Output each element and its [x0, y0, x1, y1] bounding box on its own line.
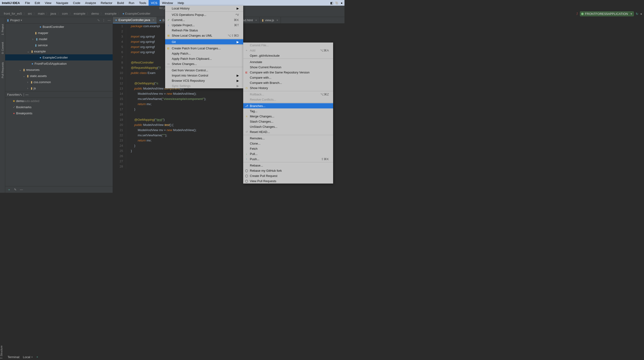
tree-item[interactable]: ⌄▮resources [5, 67, 112, 73]
collapse-icon[interactable]: ⤡ [97, 18, 100, 22]
menu-item[interactable]: ↺Reset HEAD... [243, 129, 333, 134]
code-line[interactable]: ModelAndView mv = new ModelAndView(); [131, 91, 206, 96]
menu-view[interactable]: View [42, 0, 54, 6]
menu-build[interactable]: Build [115, 0, 126, 6]
favorite-item[interactable]: ★demo auto-added [5, 98, 112, 104]
code-line[interactable]: return mv; [131, 138, 206, 143]
menu-refactor[interactable]: Refactor [98, 0, 115, 6]
code-line[interactable] [131, 164, 206, 169]
menu-item[interactable]: Apply Patch from Clipboard... [165, 56, 243, 61]
code-line[interactable]: } [131, 107, 206, 112]
menu-item[interactable]: Fetch [243, 146, 333, 151]
menu-item[interactable]: Tag... [243, 108, 333, 114]
menu-item[interactable]: Apply Patch... [165, 51, 243, 56]
expand-arrow-icon[interactable]: ⌄ [18, 68, 22, 72]
favorite-item[interactable]: ●Breakpoints [5, 110, 112, 116]
breadcrumb-item[interactable]: example [105, 12, 116, 15]
breadcrumb-item[interactable]: main [38, 12, 44, 15]
tree-item[interactable]: ●BoardController [5, 24, 112, 30]
menu-edit[interactable]: Edit [32, 0, 42, 6]
chevron-down-icon[interactable]: ▾ [20, 18, 22, 22]
expand-arrow-icon[interactable]: › [26, 80, 29, 84]
menu-item[interactable]: Compare with... [243, 75, 333, 80]
tree-item[interactable]: ⌄▮static.assets [5, 73, 112, 79]
menu-window[interactable]: Window [160, 0, 175, 6]
menu-analyze[interactable]: Analyze [83, 0, 98, 6]
menu-item[interactable]: Rebase... [243, 163, 333, 168]
menu-item[interactable]: ↓Update Project...⌘T [165, 22, 243, 28]
menu-item[interactable]: ◯View Pull Requests [243, 178, 333, 183]
menu-item[interactable]: ↓Pull... [243, 151, 333, 156]
code-line[interactable]: } [131, 148, 206, 154]
breadcrumb-item[interactable]: com [62, 12, 68, 15]
tree-item[interactable]: ›▮css.common [5, 79, 112, 85]
menu-item[interactable]: Open .git/info/exclude [243, 53, 333, 58]
menu-item[interactable]: ⎇Branches... [243, 103, 333, 108]
menu-item[interactable]: Git▶ [165, 39, 243, 44]
menu-item[interactable]: ▭Shelve Changes... [165, 61, 243, 66]
edit-icon[interactable]: ✎ [14, 188, 16, 191]
menu-item[interactable]: ◧Compare with the Same Repository Versio… [243, 70, 333, 75]
menu-item[interactable]: Annotate [243, 59, 333, 64]
expand-arrow-icon[interactable]: › [31, 37, 34, 41]
close-tab-icon[interactable]: × [276, 18, 278, 22]
collapse-icon[interactable]: ⤡ [20, 93, 22, 96]
tree-item[interactable]: ▮mapper [5, 30, 112, 36]
code-line[interactable]: mv.setViewName(""); [131, 133, 206, 138]
menu-item[interactable]: Compare with Branch... [243, 80, 333, 85]
menu-code[interactable]: Code [70, 0, 82, 6]
evernote-icon[interactable]: 🐘 [335, 1, 339, 5]
code-line[interactable]: mv.setViewName("views/example/component"… [131, 96, 206, 102]
code-line[interactable]: @GetMapping("test") [131, 117, 206, 122]
tree-item[interactable]: ›▮js [5, 85, 112, 91]
close-tab-icon[interactable]: × [255, 18, 257, 22]
menu-item[interactable]: Local History▶ [165, 6, 243, 11]
menu-navigate[interactable]: Navigate [54, 0, 70, 6]
tree-item[interactable]: ›▮model [5, 36, 112, 42]
menu-item[interactable]: Clone... [243, 141, 333, 146]
menu-vcs[interactable]: VCS [148, 0, 160, 6]
menu-help[interactable]: Help [175, 0, 186, 6]
menu-run[interactable]: Run [126, 0, 137, 6]
code-line[interactable] [131, 159, 206, 164]
menu-tools[interactable]: Tools [137, 0, 148, 6]
menu-item[interactable]: ◧Create Patch from Local Changes... [165, 46, 243, 51]
code-line[interactable]: } [131, 143, 206, 148]
hide-icon[interactable]: — [108, 18, 111, 22]
menu-item[interactable]: ⤩Merge Changes... [243, 114, 333, 119]
menu-item[interactable]: Browse VCS Repository▶ [165, 78, 243, 83]
breadcrumb-item[interactable]: front_for_es5 [4, 12, 22, 15]
menu-item[interactable]: Stash Changes... [243, 119, 333, 124]
breadcrumb-item[interactable]: java [50, 12, 56, 15]
breadcrumb-item[interactable]: demo [91, 12, 99, 15]
menu-item[interactable]: Import into Version Control▶ [165, 73, 243, 78]
tree-item[interactable]: ▮service [5, 42, 112, 48]
expand-arrow-icon[interactable]: › [26, 86, 29, 90]
editor-tab[interactable]: ▮view.js× [260, 17, 281, 23]
menu-item[interactable]: Show Current Revision [243, 64, 333, 70]
breadcrumb-item[interactable]: ● ExampleController [122, 12, 150, 15]
code-line[interactable]: return mv; [131, 102, 206, 107]
tree-item[interactable]: ⌄▮example [5, 48, 112, 54]
menu-item[interactable]: ◯Create Pull Request [243, 173, 333, 178]
menu-item[interactable]: ↑Push...⇧⌘K [243, 156, 333, 162]
menu-item[interactable]: ▦Show Local Changes as UML⌥⇧⌘D [165, 33, 243, 38]
more-icon[interactable]: ⋮ [102, 18, 105, 22]
code-line[interactable] [131, 112, 206, 117]
more-icon[interactable]: ⋮ [22, 93, 25, 96]
add-icon[interactable]: ＋ [8, 187, 11, 192]
tree-item[interactable]: ●FrontForEs5Application [5, 60, 112, 67]
menu-item[interactable]: Get from Version Control... [165, 68, 243, 73]
menu-item[interactable]: ◯Rebase my GitHub fork [243, 168, 333, 173]
menu-item[interactable]: UnStash Changes... [243, 124, 333, 129]
favorite-item[interactable]: ✓Bookmarks [5, 104, 112, 110]
menu-item[interactable]: Remotes... [243, 136, 333, 141]
tree-item[interactable]: ●ExampleController [5, 54, 112, 60]
menu-item[interactable]: ◷Show History [243, 85, 333, 90]
expand-arrow-icon[interactable]: ⌄ [26, 50, 30, 53]
close-tab-icon[interactable]: × [152, 18, 154, 22]
code-line[interactable]: ModelAndView mv = new ModelAndView(); [131, 128, 206, 133]
menu-item[interactable]: Refresh File Status [165, 28, 243, 33]
project-title[interactable]: Project [10, 18, 20, 22]
editor-tab[interactable]: ●ExampleController.java× [113, 17, 157, 23]
